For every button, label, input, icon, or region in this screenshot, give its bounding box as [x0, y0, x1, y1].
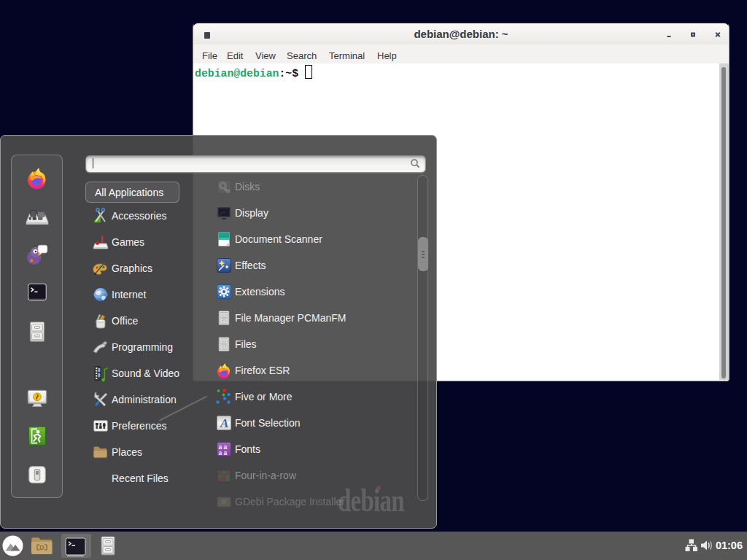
svg-text:a a: a a [219, 449, 228, 456]
svg-text:A: A [220, 416, 228, 430]
svg-text:D: D [39, 544, 44, 551]
